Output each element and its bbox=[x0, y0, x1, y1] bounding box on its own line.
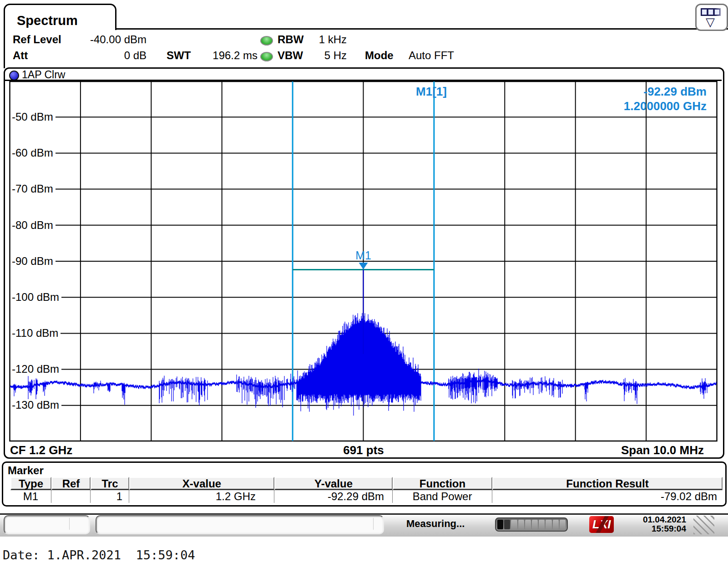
y-axis-label: -50 dBm bbox=[12, 111, 56, 123]
y-axis-label: -60 dBm bbox=[12, 147, 56, 159]
chevron-down-icon: ▽ bbox=[697, 15, 724, 29]
y-axis-label: -90 dBm bbox=[12, 255, 56, 267]
col-header-function: Function bbox=[393, 477, 492, 490]
trace1-color-dot bbox=[9, 71, 19, 81]
resize-grip-icon[interactable] bbox=[693, 516, 714, 534]
display-menu-button[interactable]: ▽ bbox=[695, 4, 728, 31]
swt-label: SWT bbox=[167, 49, 191, 62]
status-field-1-divider bbox=[69, 518, 70, 530]
screenshot-date-caption: Date: 1.APR.2021 15:59:04 bbox=[3, 548, 195, 562]
marker-row-trc[interactable]: 1 bbox=[91, 490, 129, 503]
spectrum-plot[interactable]: M1 bbox=[9, 81, 719, 443]
center-frequency-label[interactable]: CF 1.2 GHz bbox=[10, 443, 72, 457]
vbw-led-icon bbox=[260, 52, 273, 61]
ref-level-label: Ref Level bbox=[13, 33, 61, 46]
trace1-legend[interactable]: 1AP Clrw bbox=[22, 69, 65, 81]
measurement-progress-bar bbox=[495, 517, 568, 532]
marker-row-function[interactable]: Band Power bbox=[393, 490, 492, 503]
marker-row-y-value[interactable]: -92.29 dBm bbox=[274, 490, 393, 503]
status-field-1[interactable] bbox=[4, 515, 90, 534]
rbw-label: RBW bbox=[278, 33, 303, 46]
y-axis-label: -100 dBm bbox=[12, 291, 61, 303]
measuring-status: Measuring... bbox=[406, 518, 465, 530]
marker-level-value: -92.29 dBm bbox=[570, 85, 707, 99]
ref-level-value[interactable]: -40.00 dBm bbox=[73, 33, 147, 46]
status-field-2-divider bbox=[373, 518, 374, 530]
swt-value[interactable]: 196.2 ms bbox=[195, 49, 258, 62]
marker-row-x-value[interactable]: 1.2 GHz bbox=[129, 490, 274, 503]
status-time: 15:59:04 bbox=[610, 524, 686, 533]
marker-table: Marker Type Ref Trc X-value Y-value Func… bbox=[2, 461, 727, 507]
col-header-trc: Trc bbox=[91, 477, 129, 490]
status-field-2[interactable] bbox=[96, 515, 384, 534]
y-axis-label: -120 dBm bbox=[12, 363, 61, 375]
header-top-divider bbox=[113, 28, 728, 30]
marker-table-title: Marker bbox=[8, 464, 44, 477]
marker-row-ref[interactable] bbox=[51, 490, 91, 503]
col-header-ref: Ref bbox=[51, 477, 91, 490]
y-axis-label: -80 dBm bbox=[12, 219, 56, 231]
span-label[interactable]: Span 10.0 MHz bbox=[604, 443, 704, 457]
mode-value[interactable]: Auto FFT bbox=[409, 49, 454, 62]
spectrum-analyzer-screen: { "window": { "tab_title": "Spectrum" },… bbox=[0, 0, 728, 588]
marker-frequency-value: 1.2000000 GHz bbox=[570, 99, 707, 113]
col-header-type: Type bbox=[10, 477, 51, 490]
col-header-function-result: Function Result bbox=[492, 477, 723, 490]
tab-spectrum[interactable]: Spectrum bbox=[4, 4, 116, 30]
tab-title: Spectrum bbox=[17, 13, 78, 28]
y-axis-label: -70 dBm bbox=[12, 183, 56, 195]
rbw-value[interactable]: 1 kHz bbox=[304, 33, 347, 46]
att-value[interactable]: 0 dB bbox=[73, 49, 147, 62]
sweep-points-label: 691 pts bbox=[318, 443, 409, 457]
svg-text:M1: M1 bbox=[355, 249, 371, 262]
col-header-y-value: Y-value bbox=[274, 477, 393, 490]
header-left-border bbox=[4, 28, 5, 68]
marker-row-type[interactable]: M1 bbox=[10, 490, 51, 503]
col-header-x-value: X-value bbox=[129, 477, 274, 490]
y-axis-label: -130 dBm bbox=[12, 399, 61, 411]
vbw-value[interactable]: 5 Hz bbox=[304, 49, 347, 62]
att-label: Att bbox=[13, 49, 28, 62]
marker-row-function-result[interactable]: -79.02 dBm bbox=[492, 490, 723, 503]
rbw-led-icon bbox=[260, 36, 273, 46]
vbw-label: VBW bbox=[278, 49, 303, 62]
mode-label: Mode bbox=[365, 49, 394, 62]
status-date: 01.04.2021 bbox=[610, 515, 686, 524]
marker-name-label[interactable]: M1[1] bbox=[404, 85, 459, 99]
y-axis-label: -110 dBm bbox=[12, 327, 61, 339]
